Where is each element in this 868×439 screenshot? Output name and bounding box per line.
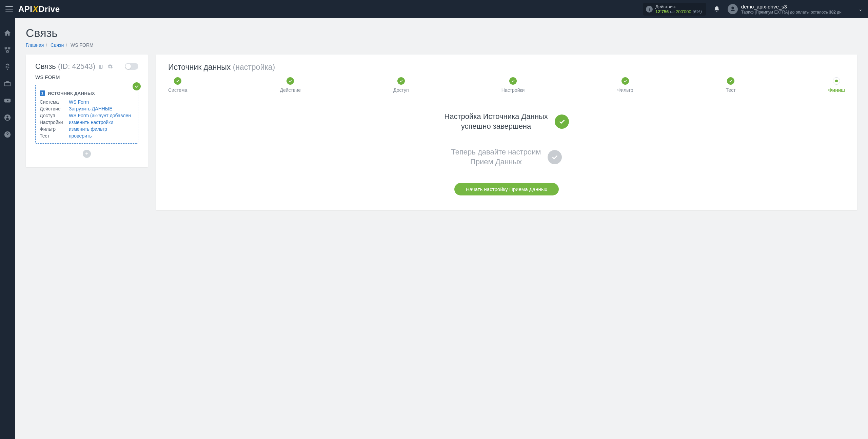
source-complete-icon (133, 82, 141, 90)
home-icon[interactable] (4, 29, 11, 37)
actions-label: Действия: (655, 4, 702, 9)
check-icon (548, 150, 562, 164)
status-source-done: Настройка Источника Данныхуспешно заверш… (418, 112, 595, 131)
bell-icon[interactable] (713, 6, 720, 13)
video-icon[interactable] (4, 97, 11, 104)
connection-id: (ID: 42543) (58, 62, 95, 70)
step-финиш[interactable]: Финиш (828, 77, 845, 93)
source-heading: 1ИСТОЧНИК ДАННЫХ (40, 90, 134, 96)
actions-used: 12'756 (655, 9, 669, 14)
kv-value[interactable]: проверить (69, 133, 134, 139)
step-dot (174, 77, 181, 85)
crumb-links[interactable]: Связи (51, 42, 64, 48)
user-name: demo_apix-drive_s3 (741, 4, 842, 10)
kv-value[interactable]: изменить настройки (69, 120, 134, 125)
gear-icon[interactable] (107, 64, 113, 69)
user-plan: Тариф |Премиум EXTRA| до оплаты осталось… (741, 10, 842, 15)
step-доступ[interactable]: Доступ (393, 77, 409, 93)
source-box: 1ИСТОЧНИК ДАННЫХ СистемаWS FormДействиеЗ… (35, 85, 138, 144)
connection-name: WS FORM (35, 74, 138, 80)
menu-toggle-icon[interactable] (5, 6, 13, 12)
start-destination-button[interactable]: Начать настройку Приема Данных (454, 183, 559, 195)
page-title: Связь (26, 26, 857, 40)
plus-icon: + (85, 151, 88, 156)
briefcase-icon[interactable] (4, 80, 11, 87)
step-фильтр[interactable]: Фильтр (617, 77, 633, 93)
status-destination-next: Теперь давайте настроимПрием Данных (418, 147, 595, 167)
billing-icon[interactable] (4, 63, 11, 70)
step-dot (833, 77, 840, 85)
check-icon (555, 114, 569, 129)
chevron-down-icon: ⌄ (859, 6, 863, 12)
kv-key: Настройки (40, 120, 69, 125)
wizard-steps: СистемаДействиеДоступНастройкиФильтрТест… (168, 77, 845, 93)
crumb-home[interactable]: Главная (26, 42, 44, 48)
crumb-current: WS FORM (71, 42, 94, 48)
kv-value[interactable]: Загрузить ДАННЫЕ (69, 106, 134, 111)
actions-total: 200'000 (676, 9, 691, 14)
step-dot (397, 77, 405, 85)
connection-summary-card: Связь (ID: 42543) WS FORM 1ИСТОЧНИК ДАНН… (26, 55, 148, 167)
step-настройки[interactable]: Настройки (501, 77, 525, 93)
logo-part-drive: Drive (39, 4, 60, 14)
account-icon[interactable] (4, 114, 11, 121)
page-body: Связь Главная/ Связи/ WS FORM Связь (ID:… (15, 18, 868, 439)
info-icon: i (646, 6, 653, 13)
step-label: Система (168, 87, 187, 93)
connections-icon[interactable] (4, 46, 11, 54)
wizard-card: Источник данных (настройка) СистемаДейст… (156, 55, 857, 210)
top-header: APIXDrive i Действия: 12'756 из 200'000 … (0, 0, 868, 18)
step-dot (727, 77, 734, 85)
help-icon[interactable] (4, 131, 11, 138)
connection-title: Связь (ID: 42543) (35, 62, 113, 71)
kv-key: Тест (40, 133, 69, 139)
step-label: Доступ (393, 87, 409, 93)
logo-part-api: API (18, 4, 33, 14)
copy-icon[interactable] (99, 64, 104, 69)
step-label: Финиш (828, 87, 845, 93)
actions-of: из (670, 9, 674, 14)
kv-key: Система (40, 99, 69, 105)
wizard-title: Источник данных (настройка) (168, 63, 845, 72)
step-label: Тест (726, 87, 736, 93)
actions-usage[interactable]: i Действия: 12'756 из 200'000 (6%) (643, 3, 706, 16)
step-dot (509, 77, 517, 85)
step-label: Действие (280, 87, 301, 93)
avatar-icon (728, 4, 738, 14)
step-dot (287, 77, 294, 85)
step-система[interactable]: Система (168, 77, 187, 93)
step-label: Настройки (501, 87, 525, 93)
kv-value[interactable]: WS Form (аккаунт добавлен (69, 113, 134, 118)
user-menu[interactable]: demo_apix-drive_s3 Тариф |Премиум EXTRA|… (728, 4, 863, 15)
kv-value[interactable]: изменить фильтр (69, 126, 134, 132)
sidebar (0, 18, 15, 439)
logo[interactable]: APIXDrive (18, 4, 60, 14)
breadcrumb: Главная/ Связи/ WS FORM (26, 42, 857, 48)
actions-pct: (6%) (692, 9, 702, 14)
kv-key: Фильтр (40, 126, 69, 132)
kv-key: Доступ (40, 113, 69, 118)
step-действие[interactable]: Действие (280, 77, 301, 93)
connection-toggle[interactable] (125, 63, 138, 70)
logo-part-x: X (33, 4, 39, 14)
step-тест[interactable]: Тест (726, 77, 736, 93)
step-label: Фильтр (617, 87, 633, 93)
kv-value[interactable]: WS Form (69, 99, 134, 105)
add-destination-button[interactable]: + (83, 150, 91, 158)
kv-key: Действие (40, 106, 69, 111)
step-dot (622, 77, 629, 85)
